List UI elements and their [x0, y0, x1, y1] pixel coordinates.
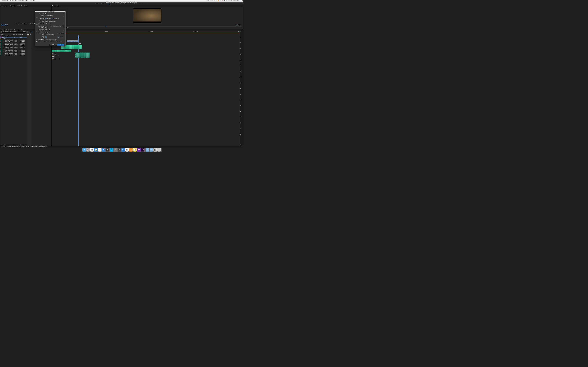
table-row[interactable]: ⊞First_Cut25.00 fps00:00:00:00	[0, 37, 26, 38]
bin-icon[interactable]: 🗁	[1, 31, 2, 32]
tab-audio-mixer[interactable]: Audio Clip Mixer:	[17, 5, 23, 6]
new-item-icon[interactable]: 🗏	[24, 144, 25, 145]
program-timecode[interactable]: 00:24:26:23	[238, 25, 242, 25]
table-row[interactable]: ♪02 Elevator Song_con44100 Hz00:00:00:00…	[0, 41, 26, 42]
audio-display-format-select[interactable]: Audio Samples	[45, 29, 64, 30]
display-icon[interactable]: ▭	[210, 0, 211, 1]
dock-notes-icon[interactable]: 📝	[133, 148, 137, 151]
label-swatch[interactable]	[0, 37, 1, 38]
label-swatch[interactable]	[0, 49, 1, 50]
timeline-timecode[interactable]: 0	[32, 31, 32, 33]
dock-drive-icon-2[interactable]: 💾	[154, 148, 157, 151]
ws-effects[interactable]: Effects	[124, 3, 127, 4]
ok-button[interactable]: OK	[57, 44, 64, 45]
trash-icon[interactable]: 🗑	[25, 144, 26, 145]
step-back-icon[interactable]: ◂	[22, 23, 23, 24]
goto-out-icon[interactable]: →|	[28, 23, 29, 24]
hand-tool-icon[interactable]: ✋	[28, 35, 29, 36]
timebase-select[interactable]: 25.00 frames/second	[45, 15, 64, 16]
codec-select[interactable]: Apple ProRes 422 (HQ)	[45, 34, 64, 35]
tab-program[interactable]: Program: First_Cut	[52, 5, 59, 6]
col-media-start[interactable]: Media Start	[18, 34, 25, 35]
user-name[interactable]: Adrien Barshovi	[233, 0, 239, 1]
menu-marker[interactable]: Marker	[22, 0, 25, 1]
track-prev-kf-icon[interactable]: ◂	[53, 56, 54, 57]
tab-libraries[interactable]: Libr	[26, 29, 27, 30]
ws-libraries[interactable]: Libraries	[139, 3, 142, 4]
play-icon[interactable]: ▶	[24, 23, 25, 24]
volume-icon[interactable]: 🔊	[220, 0, 221, 1]
disclosure-icon[interactable]: ▾	[2, 38, 2, 39]
new-bin-icon[interactable]: 🗀	[22, 144, 23, 145]
track-keyframe-icon[interactable]: ◆	[52, 56, 53, 57]
col-name[interactable]: Name ˄	[1, 34, 13, 35]
preview-file-format-select[interactable]: QuickTime	[45, 32, 58, 33]
label-swatch[interactable]	[0, 51, 1, 52]
table-row[interactable]: ♪01 Nothing's Gonna H44100 Hz00:00:00:00…	[0, 40, 26, 41]
dropbox-icon[interactable]: ⬧	[207, 0, 207, 1]
dock-trash-icon-3[interactable]: 🗑	[157, 148, 161, 151]
dock-safari-icon[interactable]: 🧭	[94, 148, 98, 151]
timeline-menu-icon[interactable]: ▾	[242, 29, 242, 30]
battery-icon[interactable]: ▮▮▮	[212, 0, 213, 1]
dock-photos-icon[interactable]: 🖼	[90, 148, 94, 151]
editing-mode-select[interactable]: Custom	[45, 13, 64, 15]
frame-width-input[interactable]: 1920	[45, 18, 47, 19]
table-row[interactable]: ▾🗀Music	[0, 38, 26, 40]
table-row[interactable]: ♪02 This Gentle Hearts44100 Hz00:00:00:0…	[0, 42, 26, 44]
menu-window[interactable]: Window	[29, 0, 32, 1]
add-marker-icon[interactable]: ◡	[15, 23, 15, 24]
video-clip-next[interactable]: fx A01	[78, 42, 81, 44]
audio-clip-3[interactable]: fx L R	[75, 52, 90, 58]
timeline-ruler[interactable]: 00:00 00:22:15:00 00:22:30:00 00:22:45:0…	[61, 32, 239, 33]
label-swatch[interactable]	[0, 46, 1, 47]
table-row[interactable]: ♪26 Rez_converted.wav44100 Hz00:00:00:00…	[0, 51, 26, 53]
track-lock-icon[interactable]: 🔒	[52, 53, 53, 54]
par-select[interactable]: Square Pixels (1.0)	[45, 19, 64, 21]
track-next-kf-icon[interactable]: ▸	[54, 56, 55, 57]
rolling-edit-icon[interactable]: ⇆	[28, 33, 29, 33]
overwrite-clip-icon[interactable]: ⊡	[32, 23, 33, 24]
spotlight-icon[interactable]: 🔍	[240, 0, 241, 1]
insert-clip-icon[interactable]: ⊕	[30, 23, 31, 24]
table-row[interactable]: ♪05 13 Angles Standin44100 Hz00:00:00:00…	[0, 45, 26, 47]
dock-finder-icon[interactable]: ☻	[82, 148, 86, 151]
prog-export-frame-icon[interactable]: 📷	[67, 27, 68, 28]
label-swatch[interactable]	[0, 38, 1, 39]
close-panel-icon[interactable]: ▾	[242, 5, 242, 6]
label-swatch[interactable]	[0, 36, 1, 36]
fields-select[interactable]: No Fields (Progressive Scan)	[45, 21, 64, 22]
track-lock-icon[interactable]: 🔒	[52, 55, 53, 55]
preview-height-input[interactable]: 1080	[45, 37, 47, 38]
mark-out-icon[interactable]: }	[18, 23, 18, 24]
dock-folder-icon-1[interactable]: 🗂	[150, 148, 153, 151]
label-swatch[interactable]	[0, 40, 1, 41]
slip-tool-icon[interactable]: ⟷	[28, 34, 29, 35]
freeform-view-icon[interactable]: ◧	[4, 144, 5, 145]
battery-full-icon[interactable]: ▮▯	[226, 0, 227, 1]
composite-linear-checkbox[interactable]: ✓Composite in Linear Color (requires GPU…	[36, 41, 64, 42]
track-select-fwd-icon[interactable]: ⥤	[28, 31, 29, 32]
filter-bin-icon[interactable]: ◧	[1, 32, 1, 33]
dock-preview-icon[interactable]: 🖼	[125, 148, 129, 151]
configure-button[interactable]: Configure...	[59, 32, 64, 34]
label-swatch[interactable]	[0, 53, 1, 54]
dock-word-icon[interactable]: W	[121, 148, 125, 151]
find-icon[interactable]: 🔍	[20, 144, 21, 145]
dock-eye-icon[interactable]: 👁	[137, 148, 140, 151]
search-input[interactable]	[2, 32, 26, 33]
step-fwd-icon[interactable]: ▸	[26, 23, 26, 24]
table-row[interactable]: ♪Beginning and Ending44100 Hz00:00:00:00…	[0, 53, 26, 54]
airplay-icon[interactable]: ▭	[214, 0, 215, 1]
pen-tool-icon[interactable]: ✎	[27, 35, 28, 36]
menu-extras-icon[interactable]: ☰	[242, 0, 242, 1]
track-solo-icon[interactable]: S	[55, 53, 55, 54]
menu-clip[interactable]: Clip	[15, 0, 16, 1]
program-monitor[interactable]	[133, 8, 161, 23]
dock-vlc-icon[interactable]: ▲	[129, 148, 133, 151]
table-row[interactable]: ♪Bronski beat - Smallto44100 Hz00:00:00:…	[0, 54, 26, 55]
table-row[interactable]: ▤Cinemascope 2-35-1 Cro	[0, 35, 26, 37]
menu-help[interactable]: Help	[33, 0, 35, 1]
master-output-icon[interactable]: ▸◂	[59, 58, 60, 59]
timeline-tracks[interactable]: fx A012C028_160530MR.mov [V fx fx A01 fx…	[52, 33, 239, 146]
